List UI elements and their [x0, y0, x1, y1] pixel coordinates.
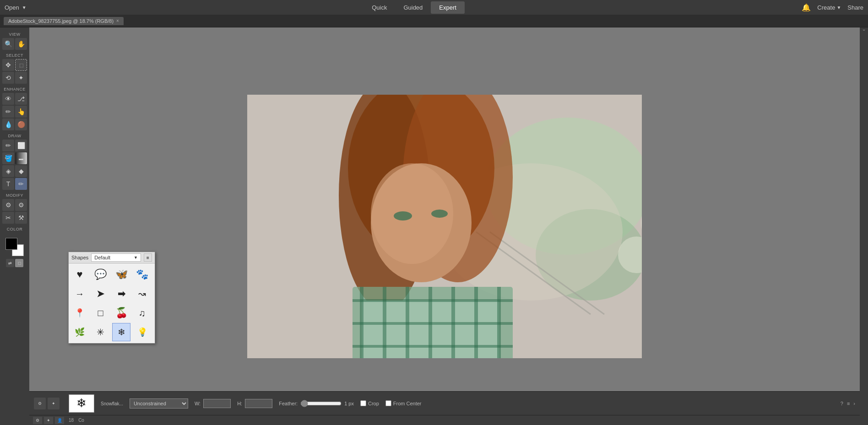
eye-tool[interactable]: 👁: [2, 93, 14, 105]
zoom-tool[interactable]: 🔍: [2, 38, 14, 50]
mode-expert[interactable]: Expert: [431, 1, 465, 14]
shapes-dropdown-arrow[interactable]: ▼: [134, 255, 138, 260]
shape-speech-bubble[interactable]: 💬: [92, 265, 110, 284]
help-icon[interactable]: ?: [841, 401, 843, 406]
tool-settings-btn[interactable]: ✦: [48, 398, 60, 409]
mode-guided[interactable]: Guided: [395, 1, 431, 14]
foreground-color-swatch[interactable]: [5, 238, 17, 250]
shapes-popup-label: Shapes: [71, 255, 88, 260]
collapse-icon[interactable]: ›: [853, 401, 855, 406]
from-center-checkbox-label[interactable]: From Center: [385, 400, 422, 406]
shape-heart[interactable]: ♥: [71, 265, 89, 284]
from-center-label-text: From Center: [393, 401, 422, 406]
height-group: H:: [237, 399, 272, 408]
width-label: W:: [195, 401, 201, 406]
topbar-right: 🔔 Create ▼ Share: [802, 3, 863, 12]
feather-slider[interactable]: [300, 400, 342, 407]
default-colors-btn[interactable]: ◻: [15, 259, 23, 267]
statusbar-btn-1[interactable]: ⚙: [33, 417, 42, 424]
shapes-dropdown[interactable]: Default ▼: [91, 253, 141, 262]
shapes-grid: ♥ 💬 🦋 🐾 → ➤ ➡ ↝ 📍 □ 🍒 ♫ 🌿 ✳ ❄ 💡: [69, 264, 155, 343]
select-tools-row-1: ✥ ⬚: [2, 59, 27, 71]
lasso-tool[interactable]: ⟲: [2, 72, 14, 84]
shape-arrow-bold[interactable]: ➡: [112, 285, 130, 303]
enhance-section-label: ENHANCE: [0, 87, 29, 91]
main-area: VIEW 🔍 ✋ SELECT ✥ ⬚ ⟲ ✦ ENHANCE 👁 ⎇ ✏ 👆 …: [0, 27, 868, 425]
width-group: W:: [195, 399, 231, 408]
create-label: Create: [817, 4, 835, 11]
shapes-dropdown-value: Default: [94, 255, 110, 260]
modify-tools-row-1: ⚙ ⚙: [2, 199, 27, 211]
shapes-menu-button[interactable]: ≡: [144, 253, 152, 262]
paint-bucket-tool[interactable]: 🪣: [2, 152, 14, 164]
shape-butterfly[interactable]: 🦋: [112, 265, 130, 284]
statusbar-btn-2[interactable]: ✦: [44, 417, 53, 424]
tab-filename: AdobeStock_98237755.jpeg @ 18.7% (RGB/8): [8, 18, 114, 24]
panel-options-icon[interactable]: ≡: [847, 401, 850, 406]
view-section-label: VIEW: [0, 32, 29, 37]
liquefy-tool[interactable]: ⚒: [15, 212, 27, 224]
smudge-tool[interactable]: 👆: [15, 106, 27, 118]
svg-point-14: [431, 210, 448, 218]
open-dropdown-icon[interactable]: ▼: [22, 5, 27, 10]
create-button[interactable]: Create ▼: [817, 4, 841, 11]
stamp-tool[interactable]: ⎇: [15, 93, 27, 105]
modify-section-label: MODIFY: [0, 193, 29, 198]
panel-toggle[interactable]: ›: [862, 29, 867, 31]
crop-checkbox-label[interactable]: Crop: [360, 400, 379, 406]
canvas-image: [247, 95, 642, 358]
shape-cherry[interactable]: 🍒: [112, 304, 130, 322]
shape-paw[interactable]: 🐾: [133, 265, 152, 284]
from-center-checkbox[interactable]: [385, 400, 391, 406]
zoom-level: 18: [69, 418, 74, 423]
tab-close-icon[interactable]: ×: [116, 18, 119, 23]
canvas-area[interactable]: Shapes Default ▼ ≡ ♥ 💬 🦋 🐾 → ➤ ➡ ↝ 📍: [29, 27, 860, 425]
transform-tool[interactable]: ⚙: [15, 199, 27, 211]
statusbar-btn-3[interactable]: 👤: [55, 417, 64, 424]
brush-enhance-tool[interactable]: ✏: [2, 106, 14, 118]
shape-pin[interactable]: 📍: [71, 304, 89, 322]
file-tab[interactable]: AdobeStock_98237755.jpeg @ 18.7% (RGB/8)…: [4, 17, 124, 25]
color-swatches[interactable]: [5, 238, 24, 256]
blur-tool[interactable]: ◈: [2, 165, 14, 177]
shape-arrow-medium[interactable]: ➤: [92, 285, 110, 303]
width-input[interactable]: [203, 399, 231, 408]
create-dropdown-icon[interactable]: ▼: [836, 5, 841, 10]
dropper-tool[interactable]: 💧: [2, 118, 14, 130]
open-button[interactable]: Open: [5, 4, 19, 11]
marquee-tool[interactable]: ⬚: [15, 59, 27, 71]
hand-tool[interactable]: ✋: [15, 38, 27, 50]
crop-modify-tool[interactable]: ⚙: [2, 199, 14, 211]
shape-arrow-thin[interactable]: →: [71, 285, 89, 303]
gradient-tool[interactable]: ▬: [15, 152, 27, 164]
shape-tool active[interactable]: ✏: [15, 178, 27, 190]
shape-arrow-curved[interactable]: ↝: [133, 285, 152, 303]
swap-colors-btn[interactable]: ⇄: [6, 259, 14, 267]
eraser-tool[interactable]: ⬜: [15, 140, 27, 151]
clone-tool[interactable]: ◆: [15, 165, 27, 177]
tool-presets-btn[interactable]: ⚙: [34, 398, 46, 409]
constraint-dropdown[interactable]: Unconstrained Defined Proportions Define…: [130, 398, 188, 409]
shape-lightbulb[interactable]: 💡: [133, 323, 152, 341]
shape-rectangle[interactable]: □: [92, 304, 110, 322]
shape-snowflake[interactable]: ❄: [112, 323, 130, 341]
magic-select-tool[interactable]: ✦: [15, 72, 27, 84]
shape-grass[interactable]: 🌿: [71, 323, 89, 341]
shape-starburst[interactable]: ✳: [92, 323, 110, 341]
shape-music-note[interactable]: ♫: [133, 304, 152, 322]
pencil-tool[interactable]: ✏: [2, 140, 14, 151]
height-label: H:: [237, 401, 242, 406]
share-button[interactable]: Share: [847, 4, 863, 11]
sponge-tool[interactable]: 🟤: [15, 118, 27, 130]
move-tool[interactable]: ✥: [2, 59, 14, 71]
height-input[interactable]: [245, 399, 272, 408]
shape-preview-name: Snowflak...: [101, 401, 123, 406]
text-tool[interactable]: T: [2, 178, 14, 190]
shape-preview-box[interactable]: ❄: [69, 394, 94, 413]
red-eye-tool[interactable]: ✂: [2, 212, 14, 224]
statusbar-left: ⚙ ✦ 👤: [33, 417, 64, 424]
crop-checkbox[interactable]: [360, 400, 366, 406]
notification-bell-icon[interactable]: 🔔: [802, 3, 811, 12]
mode-quick[interactable]: Quick: [363, 1, 395, 14]
svg-point-13: [394, 211, 412, 221]
